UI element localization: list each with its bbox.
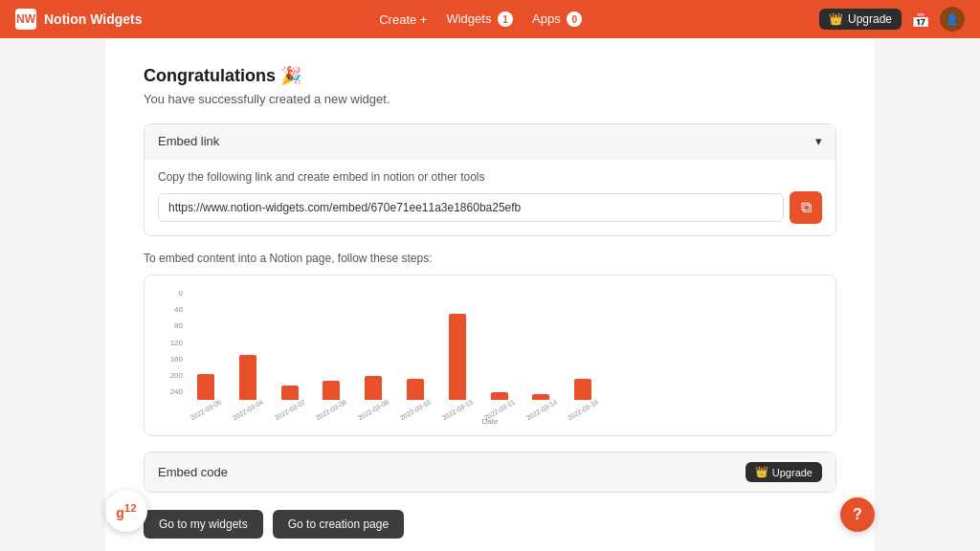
copy-icon: ⧉ xyxy=(801,199,812,216)
bar-8 xyxy=(491,392,508,400)
chevron-down-icon: ▾ xyxy=(815,134,822,148)
embed-code-section: Embed code 👑 Upgrade xyxy=(144,452,836,493)
avatar[interactable]: 👤 xyxy=(940,7,965,32)
nav-create[interactable]: Create + xyxy=(379,12,427,27)
g12-label: g12 xyxy=(116,501,137,520)
embed-link-section: Embed link ▾ Copy the following link and… xyxy=(144,123,836,236)
embed-code-header: Embed code 👑 Upgrade xyxy=(145,452,835,492)
arrow-annotation xyxy=(822,174,836,231)
nav-center: Create + Widgets 1 Apps 0 xyxy=(379,11,582,28)
embed-upgrade-icon: 👑 xyxy=(755,466,768,478)
embed-link-header[interactable]: Embed link ▾ xyxy=(145,124,835,158)
main-content: Congratulations 🎉 You have successfully … xyxy=(105,38,875,551)
bar-group-1: 2022-03-05 xyxy=(189,374,223,413)
nav-widgets[interactable]: Widgets 1 xyxy=(446,11,513,28)
y-label-200: 200 xyxy=(170,371,183,380)
help-button[interactable]: ? xyxy=(840,497,875,532)
y-label-40: 40 xyxy=(174,305,183,314)
calendar-icon[interactable]: 📅 xyxy=(911,11,930,29)
embed-upgrade-label: Upgrade xyxy=(772,467,813,478)
bar-group-10: 2022-03-19 xyxy=(566,379,600,413)
page-subtitle: You have successfully created a new widg… xyxy=(144,92,836,106)
page-title: Congratulations 🎉 xyxy=(144,65,836,86)
avatar-img: 👤 xyxy=(946,13,959,26)
bar-group-4: 2022-03-08 xyxy=(314,381,348,413)
y-label-120: 120 xyxy=(170,339,183,347)
y-label-240: 240 xyxy=(170,387,183,396)
y-axis: 240 200 160 120 80 40 0 xyxy=(158,289,187,396)
bar-group-6: 2022-03-10 xyxy=(398,379,433,413)
bar-3 xyxy=(281,386,299,400)
navbar: NW Notion Widgets Create + Widgets 1 App… xyxy=(0,0,980,38)
y-label-160: 160 xyxy=(170,355,183,364)
bar-group-2: 2022-03-04 xyxy=(231,355,265,413)
sidebar-left xyxy=(0,38,105,551)
embed-link-label: Copy the following link and create embed… xyxy=(158,170,822,184)
help-icon: ? xyxy=(853,506,862,523)
bar-1 xyxy=(197,374,214,400)
nav-logo: NW Notion Widgets xyxy=(15,9,143,30)
bars-wrapper: 2022-03-05 2022-03-04 2022-03-07 xyxy=(158,289,822,413)
g12-badge: g12 xyxy=(105,490,147,532)
steps-label: To embed content into a Notion page, fol… xyxy=(144,252,836,265)
widgets-badge: 1 xyxy=(498,11,513,27)
bar-2 xyxy=(239,355,256,400)
bar-6 xyxy=(407,379,424,400)
nav-right: 👑 Upgrade 📅 👤 xyxy=(819,7,965,32)
y-label-80: 80 xyxy=(174,321,183,330)
chart-container: 240 200 160 120 80 40 0 2022-03-05 xyxy=(144,275,836,436)
embed-link-body: Copy the following link and create embed… xyxy=(145,158,835,235)
bar-group-3: 2022-03-07 xyxy=(273,386,307,413)
go-to-creation-button[interactable]: Go to creation page xyxy=(273,510,404,539)
bar-group-8: 2022-03-11 xyxy=(482,392,517,413)
upgrade-button[interactable]: 👑 Upgrade xyxy=(819,9,902,30)
bar-7 xyxy=(449,314,466,400)
logo-icon: NW xyxy=(15,9,36,30)
embed-upgrade-button[interactable]: 👑 Upgrade xyxy=(746,462,822,482)
bar-group-9: 2022-03-14 xyxy=(524,394,559,413)
bar-10 xyxy=(574,379,591,400)
embed-url-input[interactable] xyxy=(158,193,784,222)
bar-5 xyxy=(365,376,382,400)
apps-badge: 0 xyxy=(567,11,582,27)
sidebar-right xyxy=(875,38,980,551)
upgrade-icon: 👑 xyxy=(829,12,843,26)
copy-button[interactable]: ⧉ xyxy=(790,191,822,224)
upgrade-label: Upgrade xyxy=(848,12,892,26)
main-wrapper: Congratulations 🎉 You have successfully … xyxy=(0,38,980,551)
chart-area: 240 200 160 120 80 40 0 2022-03-05 xyxy=(158,289,822,413)
go-to-widgets-button[interactable]: Go to my widgets xyxy=(144,510,263,539)
embed-code-title: Embed code xyxy=(158,465,228,479)
bottom-actions: Go to my widgets Go to creation page xyxy=(144,510,836,539)
embed-url-row: ⧉ xyxy=(158,191,822,224)
bar-group-7: 2022-03-13 xyxy=(440,314,475,413)
y-label-0: 0 xyxy=(179,289,183,298)
bar-9 xyxy=(532,394,549,400)
bar-group-5: 2022-03-09 xyxy=(356,376,390,413)
nav-apps[interactable]: Apps 0 xyxy=(532,11,582,28)
logo-text: Notion Widgets xyxy=(44,11,143,27)
bar-4 xyxy=(323,381,340,400)
embed-link-title: Embed link xyxy=(158,134,219,148)
